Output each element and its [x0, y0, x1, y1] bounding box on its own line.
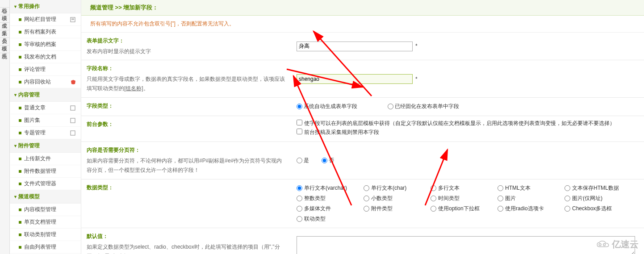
vtab-member[interactable]: 会员: [0, 30, 9, 38]
bullet-icon: [19, 56, 21, 58]
radio-dt-imgurl[interactable]: [565, 196, 570, 201]
menu-item-comment-manage[interactable]: 评论管理: [10, 63, 81, 76]
chk-disable-front[interactable]: [297, 129, 302, 134]
main-content: 频道管理 >> 增加新字段： 所有填写的内容不允许包含双引号["]，否则配置将无…: [81, 0, 644, 254]
chevron-down-icon: ▾: [14, 143, 17, 148]
svg-rect-4: [71, 118, 75, 123]
menu-item-recycle[interactable]: 内容回收站: [10, 76, 81, 88]
bullet-icon: [19, 68, 21, 71]
menu-item-content-model[interactable]: 内容模型管理: [10, 204, 81, 216]
menu-item-all-archives[interactable]: 所有档案列表: [10, 26, 81, 38]
radio-dt-checkbox[interactable]: [565, 206, 570, 212]
input-field-name[interactable]: [297, 74, 413, 84]
bullet-icon: [19, 43, 21, 46]
vtab-module[interactable]: 模块: [0, 8, 9, 15]
vtab-core[interactable]: 核心: [0, 0, 9, 8]
radio-dt-attach[interactable]: [364, 206, 369, 212]
radio-dt-option[interactable]: [431, 206, 436, 212]
required-mark: *: [415, 76, 418, 82]
menu-item-image-set[interactable]: 图片集: [10, 114, 81, 127]
radio-dt-linkage[interactable]: [297, 216, 302, 222]
menu-group-common[interactable]: ▾常用操作: [10, 0, 81, 13]
svg-rect-5: [71, 131, 75, 135]
form-table: 表单提示文字：发布内容时显示的提示文字 * 字段名称：只能用英文字母或数字，数据…: [81, 33, 644, 254]
breadcrumb: 频道管理 >> 增加新字段：: [81, 0, 644, 16]
desc-pagination: 如果内容需要分页符，不论何种内容，都可以用#P#副标题#e#作为分页符号实现内容…: [87, 158, 282, 174]
radio-dt-html[interactable]: [498, 185, 503, 191]
row-field-name: 字段名称：只能用英文字母或数字，数据表的真实字段名，如果数据类型是联动类型，该项…: [81, 60, 644, 98]
cloud-icon: [596, 240, 610, 249]
radio-dt-textsave[interactable]: [565, 185, 570, 191]
chk-list-template[interactable]: [297, 120, 302, 125]
chevron-down-icon: ▾: [14, 194, 17, 199]
input-prompt-text[interactable]: [297, 42, 413, 51]
radio-dt-image[interactable]: [498, 196, 503, 201]
radio-auto-gen[interactable]: 系统自动生成表单字段: [297, 103, 357, 110]
radio-page-yes[interactable]: 是: [297, 157, 309, 164]
menu-item-pending-archives[interactable]: 等审核的档案: [10, 38, 81, 51]
menu-item-topic-manage[interactable]: 专题管理: [10, 127, 81, 139]
bullet-icon: [19, 81, 21, 83]
sidebar-vertical-tabs: 核心 模块 生成 采集 会员 模板 系统: [0, 0, 10, 254]
menu-group-channel-model[interactable]: ▾频道模型: [10, 190, 81, 204]
radio-dt-varchar[interactable]: [297, 185, 302, 191]
svg-point-11: [603, 243, 606, 246]
menu-group-attachment[interactable]: ▾附件管理: [10, 139, 81, 153]
bullet-icon: [19, 246, 21, 249]
radio-dt-time[interactable]: [431, 196, 436, 201]
sidebar-menu: ▾常用操作 网站栏目管理 所有档案列表 等审核的档案 我发布的文档 评论管理 内…: [10, 0, 81, 254]
menu-item-attach-data[interactable]: 附件数据管理: [10, 165, 81, 178]
bullet-icon: [19, 183, 21, 185]
radio-dt-radio[interactable]: [498, 206, 503, 212]
bullet-icon: [19, 208, 21, 211]
desc-fieldname: 只能用英文字母或数字，数据表的真实字段名，如果数据类型是联动类型，该项应该填写联…: [87, 76, 285, 92]
label-datatype: 数据类型：: [87, 183, 286, 193]
bullet-icon: [19, 132, 21, 134]
textarea-default[interactable]: [297, 236, 635, 254]
menu-item-linkage[interactable]: 联动类别管理: [10, 229, 81, 241]
watermark: 亿速云: [596, 238, 639, 250]
vtab-collect[interactable]: 采集: [0, 23, 9, 30]
svg-point-10: [599, 243, 601, 246]
doc-icon: [70, 130, 76, 136]
menu-item-upload[interactable]: 上传新文件: [10, 153, 81, 165]
bullet-icon: [19, 107, 21, 109]
chevron-down-icon: ▾: [14, 92, 17, 97]
menu-item-single-page[interactable]: 单页文档管理: [10, 216, 81, 229]
desc-default: 如果定义数据类型为select、radio、checkbox时，此处填写被选择的…: [87, 244, 280, 254]
radio-dt-media[interactable]: [297, 206, 302, 212]
doc-icon: [70, 17, 76, 22]
radio-dt-float[interactable]: [364, 196, 369, 201]
row-prompt-text: 表单提示文字：发布内容时显示的提示文字 *: [81, 33, 644, 60]
vtab-system[interactable]: 系统: [0, 46, 9, 53]
label-pagination: 内容是否需要分页符：: [87, 146, 286, 155]
bullet-icon: [19, 31, 21, 33]
menu-item-file-manager[interactable]: 文件式管理器: [10, 178, 81, 190]
vtab-generate[interactable]: 生成: [0, 15, 9, 23]
menu-item-column-manage[interactable]: 网站栏目管理: [10, 13, 81, 26]
menu-item-free-list[interactable]: 自由列表管理: [10, 241, 81, 254]
row-data-type: 数据类型： 单行文本(varchar) 单行文本(char) 多行文本 HTML…: [81, 179, 644, 228]
radio-dt-char[interactable]: [364, 185, 369, 191]
vtab-template[interactable]: 模板: [0, 38, 9, 46]
doc-icon: [70, 105, 76, 111]
radio-dt-int[interactable]: [297, 196, 302, 201]
warning-text: 所有填写的内容不允许包含双引号["]，否则配置将无法写入。: [81, 16, 644, 33]
doc-icon: [70, 118, 76, 123]
bullet-icon: [19, 158, 21, 160]
label-fieldname: 字段名称：: [87, 64, 286, 74]
label-front-params: 前台参数：: [87, 120, 286, 129]
menu-item-article[interactable]: 普通文章: [10, 102, 81, 114]
row-default: 默认值：如果定义数据类型为select、radio、checkbox时，此处填写…: [81, 228, 644, 254]
radio-fixed[interactable]: 已经固化在发布表单中字段: [388, 103, 459, 110]
bullet-icon: [19, 170, 21, 173]
radio-dt-multiline[interactable]: [431, 185, 436, 191]
link-group-name[interactable]: [组名称]: [124, 85, 143, 92]
menu-group-content[interactable]: ▾内容管理: [10, 88, 81, 102]
label-default: 默认值：: [87, 232, 286, 242]
row-front-params: 前台参数： 使字段可以在列表的底层模板中获得（自定义字段默认仅能在文档模板显示，…: [81, 116, 644, 142]
bullet-icon: [19, 221, 21, 224]
radio-page-no[interactable]: 否: [322, 157, 334, 164]
chk-label-disable: 前台投稿及采集规则禁用本字段: [304, 129, 379, 136]
menu-item-my-docs[interactable]: 我发布的文档: [10, 51, 81, 63]
